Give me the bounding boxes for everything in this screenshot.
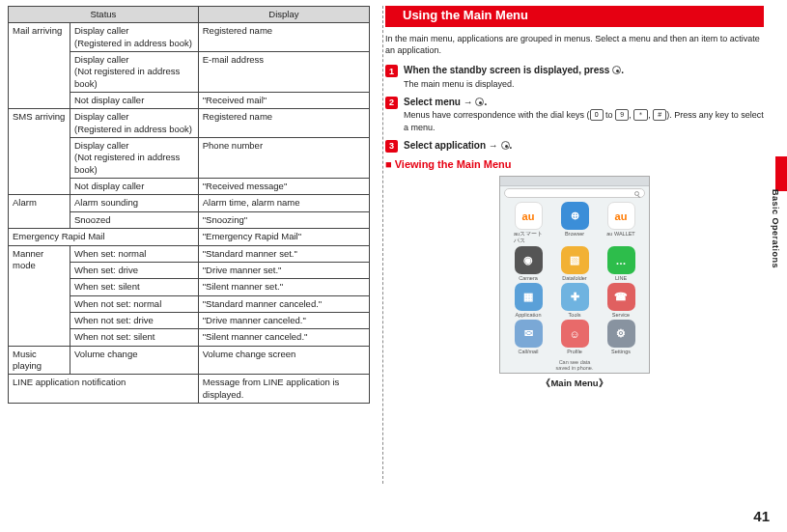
table-row: Emergency Rapid Mail"Emergency Rapid Mai… xyxy=(9,229,370,245)
app-label: Profile xyxy=(567,349,582,354)
app-label: auスマートパス xyxy=(514,231,543,244)
app-label: Camera xyxy=(519,275,538,281)
app-icon: au xyxy=(515,202,543,230)
step: 2Select menu → .Menus have correspondenc… xyxy=(385,96,764,133)
cell-category: Alarm xyxy=(9,195,70,229)
cell-display: "Snoozing" xyxy=(198,211,369,228)
step: 1When the standby screen is displayed, p… xyxy=(385,64,764,90)
app-icon: ▧ xyxy=(561,246,589,274)
app-icon: ☺ xyxy=(561,320,589,348)
statusbar xyxy=(500,177,649,186)
dial-key: 0 xyxy=(590,109,604,121)
cell-display: "Received message" xyxy=(198,179,369,195)
cell-status: Emergency Rapid Mail xyxy=(9,229,199,245)
app-item: ⊕Browser xyxy=(552,202,597,244)
table-row: Mail arrivingDisplay caller(Registered i… xyxy=(9,23,370,52)
step-title: Select application → . xyxy=(404,139,764,153)
app-label: Browser xyxy=(565,231,584,237)
steps-list: 1When the standby screen is displayed, p… xyxy=(385,64,764,153)
app-label: Call/mail xyxy=(518,349,538,354)
app-item: ◉Camera xyxy=(506,246,550,281)
center-key-icon xyxy=(501,141,510,150)
cell-status: When not set: silent xyxy=(70,329,198,346)
app-icon: ⊕ xyxy=(561,202,589,230)
dial-key: 9 xyxy=(615,109,629,121)
cell-display: Alarm time, alarm name xyxy=(198,195,369,211)
step-number: 2 xyxy=(385,97,398,109)
app-item: ☺Profile xyxy=(552,320,597,354)
table-row: Manner modeWhen set: normal"Standard man… xyxy=(9,245,370,262)
cell-display: Message from LINE application is display… xyxy=(198,375,369,404)
section-title: Using the Main Menu xyxy=(399,6,764,25)
cell-display: "Silent manner canceled." xyxy=(198,329,369,346)
cell-status: When set: drive xyxy=(70,262,198,278)
app-icon: ✚ xyxy=(561,283,589,311)
section-heading: Using the Main Menu xyxy=(385,6,764,27)
status-display-table: Status Display Mail arrivingDisplay call… xyxy=(8,6,370,404)
table-row: SMS arrivingDisplay caller(Registered in… xyxy=(9,109,370,138)
app-item: ✉Call/mail xyxy=(506,320,550,354)
cell-status: Not display caller xyxy=(70,179,198,195)
step-number: 3 xyxy=(385,140,398,153)
app-label: LINE xyxy=(615,275,627,281)
left-column: Status Display Mail arrivingDisplay call… xyxy=(8,6,370,404)
cell-category: Music playing xyxy=(9,346,70,375)
app-icon: ☎ xyxy=(607,283,635,311)
app-item: ⚙Settings xyxy=(599,320,643,354)
cell-category: Manner mode xyxy=(9,245,70,346)
cell-category: SMS arriving xyxy=(9,109,70,195)
app-item: ▧Datafolder xyxy=(552,246,597,281)
cell-status: Alarm sounding xyxy=(70,195,198,211)
table-row: LINE application notificationMessage fro… xyxy=(9,375,370,404)
center-key-icon xyxy=(612,66,621,74)
cell-status: Display caller(Registered in address boo… xyxy=(70,23,198,52)
dial-key: # xyxy=(653,109,666,121)
step-body: Select application → . xyxy=(404,139,764,154)
app-icon: … xyxy=(607,246,635,274)
app-icon: ⚙ xyxy=(607,320,635,348)
app-item: auauスマートパス xyxy=(506,202,550,244)
heading-red-bar xyxy=(385,6,399,27)
app-label: Settings xyxy=(611,349,631,354)
side-section-label: Basic Operations xyxy=(771,189,780,268)
phone-screenshot: auauスマートパス⊕Browserauau WALLET◉Camera▧Dat… xyxy=(499,176,650,374)
dial-key: ＊ xyxy=(633,109,648,121)
column-divider xyxy=(382,6,383,484)
app-label: Tools xyxy=(569,312,581,318)
cell-status: Snoozed xyxy=(70,211,198,228)
app-item: auau WALLET xyxy=(599,202,643,244)
search-bar xyxy=(504,188,645,198)
app-icon: ✉ xyxy=(515,320,543,348)
app-label: Application xyxy=(516,312,542,318)
sub-heading: ■ Viewing the Main Menu xyxy=(385,158,764,170)
app-item: ✚Tools xyxy=(552,283,597,318)
cell-status: LINE application notification xyxy=(9,375,199,404)
cell-status: Display caller(Registered in address boo… xyxy=(70,109,198,138)
cell-display: Registered name xyxy=(198,109,369,138)
app-item: …LINE xyxy=(599,246,643,281)
cell-status: Volume change xyxy=(70,346,198,375)
app-icon: ▦ xyxy=(515,283,543,311)
cell-status: Not display caller xyxy=(70,93,198,109)
cell-status: When set: normal xyxy=(70,245,198,262)
app-grid: auauスマートパス⊕Browserauau WALLET◉Camera▧Dat… xyxy=(500,200,649,354)
cell-display: E-mail address xyxy=(198,52,369,93)
page-number: 41 xyxy=(753,508,770,524)
app-label: Service xyxy=(612,312,630,318)
edge-red-tab xyxy=(775,156,787,191)
search-icon xyxy=(634,191,639,196)
th-display: Display xyxy=(198,7,369,23)
app-label: au WALLET xyxy=(606,231,634,237)
table-row: AlarmAlarm soundingAlarm time, alarm nam… xyxy=(9,195,370,211)
cell-display: Phone number xyxy=(198,138,369,179)
app-label: Datafolder xyxy=(562,275,586,281)
cell-display: Volume change screen xyxy=(198,346,369,375)
cell-display: "Standard manner canceled." xyxy=(198,295,369,312)
cell-status: Display caller(Not registered in address… xyxy=(70,138,198,179)
cell-display: "Standard manner set." xyxy=(198,245,369,262)
step: 3Select application → . xyxy=(385,139,764,154)
step-title: Select menu → . xyxy=(404,96,764,109)
right-column: Using the Main Menu In the main menu, ap… xyxy=(381,6,764,404)
step-title: When the standby screen is displayed, pr… xyxy=(404,64,764,77)
step-body: Select menu → .Menus have correspondence… xyxy=(404,96,764,133)
